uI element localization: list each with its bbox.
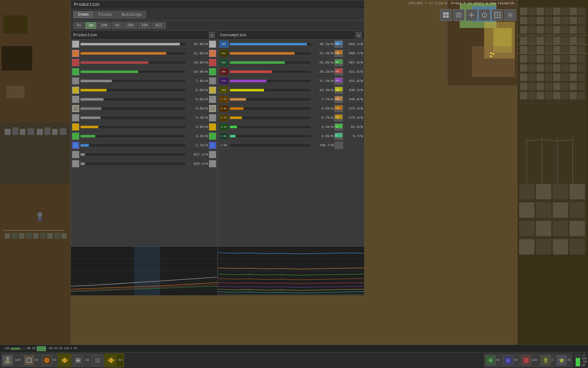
time-btn-50h[interactable]: 50h [138,22,151,29]
prod-item-bar-0 [81,43,185,45]
consumption-row-3[interactable]: 20k20.1k/m421421.0/m [218,67,364,76]
svg-rect-127 [570,239,585,255]
time-btn-10h[interactable]: 10h [124,22,137,29]
svg-rect-16 [19,233,24,239]
taskbar-val-r1: 69 [496,358,500,362]
taskbar-item-3[interactable]: 50 [40,354,58,367]
production-row-3[interactable]: 16.9k/m [71,67,217,76]
consumption-row-7[interactable]: 6.5k6.5k/m175175.4/m [218,104,364,113]
resource-item-1: -100 50 [2,347,31,350]
consumption-row-9[interactable]: 3.4k3.4k/m5252.6/m [218,122,364,132]
taskbar-item-4[interactable] [58,354,71,367]
taskbar-character[interactable]: -100 [1,354,22,367]
svg-rect-74 [537,55,544,63]
taskbar-item-r5[interactable]: 45 [555,354,572,367]
svg-rect-45 [520,26,527,33]
taskbar-item-r1[interactable]: 69 [484,354,501,367]
cons-item-value-4: 17.4k/m [312,79,334,83]
prod-item-value-11: 1.7k/m [187,144,208,147]
svg-text:52: 52 [335,125,338,128]
svg-rect-102 [570,83,577,90]
production-row-5[interactable]: 5.5k/m [71,86,217,95]
production-row-6[interactable]: 5.0k/m [71,95,217,104]
cons-left-badge-4: 17k [219,77,229,85]
content-area: Production ↻ 45.8k/m31.0k/m19.6k/m16.9k/… [71,31,364,246]
cons-item-value-11: 758.7/m [312,144,334,147]
tab-fluids[interactable]: Fluids [94,11,116,18]
svg-rect-88 [520,74,527,81]
cons-right-value-0: 683.3/m [343,42,363,46]
consumption-row-8[interactable]: 5.7k5.7k/m175175.4/m [218,113,364,122]
toolbar-settings-icon[interactable] [504,9,516,21]
svg-rect-178 [73,124,78,130]
game-terrain-left [0,0,70,368]
consumption-row-0[interactable]: 46k46.1k/m683683.3/m [218,40,364,49]
svg-rect-125 [536,239,551,255]
production-row-10[interactable]: 3.4k/m [71,132,217,141]
resource-item-6: 100 [64,347,69,350]
prod-item-value-0: 45.8k/m [187,42,208,46]
consumption-row-2[interactable]: 25k25.8k/m507507.8/m [218,58,364,67]
svg-rect-143 [490,56,492,57]
production-row-0[interactable]: 45.8k/m [71,40,217,49]
prod-item-bar-4 [81,80,185,82]
svg-point-236 [490,359,492,361]
toolbar-add-icon[interactable] [466,9,477,21]
consumption-row-1[interactable]: 31k31.4k/m508508.7/m [218,49,364,58]
production-row-4[interactable]: 7.6k/m [71,76,217,86]
prod-item-bar-10 [81,135,185,137]
toolbar-research-icon[interactable]: ! [479,9,490,21]
consumption-row-5[interactable]: 16k16.3k/m340340.3/m [218,86,364,95]
svg-rect-123 [570,221,585,236]
taskbar-item-r2[interactable]: M 50 [502,354,519,367]
production-row-13[interactable]: 825.4/m [71,159,217,168]
cons-left-badge-1: 31k [219,50,229,57]
production-row-11[interactable]: 1.7k/m [71,141,217,150]
consumption-row-11[interactable]: 7.5B758.7/m [218,141,364,150]
consumption-refresh-button[interactable]: ↻ [356,32,362,38]
time-btn-10m[interactable]: 10m [97,22,111,29]
tab-items[interactable]: Items [73,11,93,18]
consumption-row-10[interactable]: 2.9k2.9k/m88.7/m [218,132,364,141]
time-btn-1m[interactable]: 1m [85,22,96,29]
svg-text:M: M [507,359,509,362]
production-row-12[interactable]: 827.1/m [71,150,217,159]
time-btn-all[interactable]: All [152,22,166,29]
prod-item-value-2: 19.6k/m [187,61,208,64]
toolbar-list-icon[interactable] [453,9,465,21]
taskbar-item-r4[interactable]: 3 [539,354,555,367]
svg-rect-50 [561,26,569,33]
production-row-1[interactable]: 31.0k/m [71,49,217,58]
game-terrain-right [518,0,588,368]
production-row-8[interactable]: 4.4k/m [71,113,217,122]
svg-rect-170 [73,87,78,93]
prod-item-icon-11 [72,142,79,149]
taskbar-item-r3[interactable]: 100 [520,354,539,367]
time-btn-5s[interactable]: 5s [73,22,84,29]
toolbar-map-icon[interactable] [492,9,503,21]
svg-text:340: 340 [335,89,339,91]
production-refresh-button[interactable]: ↻ [209,32,215,38]
taskbar-item-5[interactable]: -50 [72,354,91,367]
cons-item-value-8: 5.7k/m [312,116,334,120]
svg-rect-174 [73,106,78,111]
svg-rect-42 [561,17,569,24]
consumption-row-4[interactable]: 17k17.4k/m421421.0/m [218,76,364,86]
svg-rect-98 [537,83,544,90]
production-row-2[interactable]: 19.6k/m [71,58,217,67]
taskbar-item-2[interactable]: 50 [23,354,40,367]
consumption-row-6[interactable]: 7.7k7.7k/m245245.6/m [218,95,364,104]
svg-rect-146 [443,15,446,18]
tab-buildings[interactable]: Buildings [117,11,146,18]
toolbar-inventory-icon[interactable] [440,9,452,21]
taskbar-item-7[interactable]: -50 [105,354,124,367]
time-btn-1h[interactable]: 1h [111,22,123,29]
svg-point-159 [508,13,513,17]
production-row-7[interactable]: 4.5k/m [71,104,217,113]
production-row-9[interactable]: 4.0k/m [71,122,217,132]
svg-rect-101 [561,83,569,90]
taskbar-item-6[interactable] [91,354,104,367]
taskbar-icon-r1 [486,355,496,365]
svg-rect-9 [37,129,43,135]
resource-item-4: 69 [54,347,58,350]
